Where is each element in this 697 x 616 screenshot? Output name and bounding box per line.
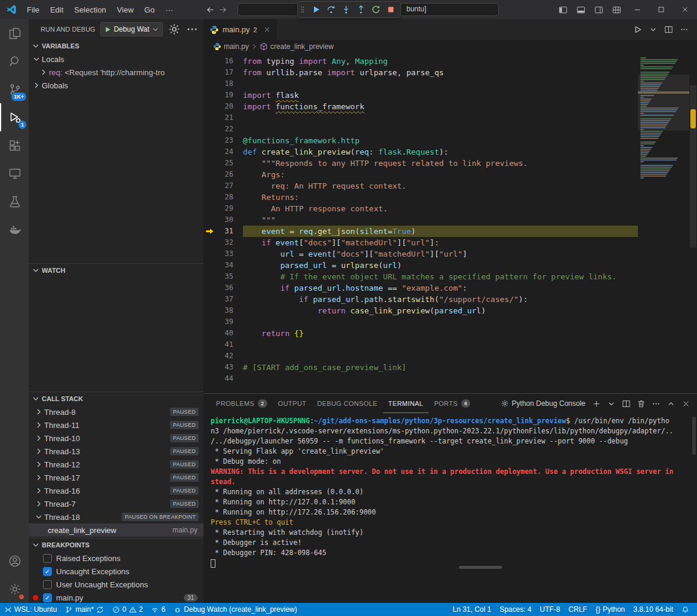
code-line[interactable]: 42 [203,350,638,362]
gutter[interactable]: 41 [203,339,243,350]
code-line[interactable]: 24def create_link_preview(req: flask.Req… [203,146,638,158]
thread-row[interactable]: Thread-13PAUSED [29,445,203,458]
chevron-right-icon[interactable] [33,473,44,482]
code-line[interactable]: 44 [203,373,638,384]
gutter[interactable]: 16 [203,56,243,67]
gutter[interactable]: 35 [203,271,243,282]
chevron-right-icon[interactable] [31,81,42,90]
status-item-ports-forwarded[interactable]: 6 [147,603,169,616]
thread-row[interactable]: Thread-11PAUSED [29,418,203,432]
call-stack-header[interactable]: CALL STACK [29,392,203,405]
gutter[interactable]: 25 [203,158,243,169]
chevron-down-icon[interactable] [33,512,44,522]
code-line[interactable]: 34 parsed_url = urlparse(url) [203,260,638,271]
panel-more-actions-icon[interactable] [649,397,662,410]
menu-item-3[interactable]: View [112,0,139,19]
maximize-panel-icon[interactable] [664,397,677,410]
gutter[interactable]: 29 [203,203,243,214]
gutter[interactable]: 19 [203,90,243,101]
terminal-dropdown-chevron-icon[interactable] [605,397,618,410]
code-line[interactable]: 19import flask [203,90,638,101]
code-line[interactable]: 26 Args: [203,169,638,180]
panel-tab-debug-console[interactable]: DEBUG CONSOLE [312,394,383,413]
customize-layout-icon[interactable] [607,0,625,19]
gutter[interactable]: 21 [203,112,243,124]
breadcrumb-item[interactable]: main.py [213,42,249,51]
close-panel-icon[interactable] [679,397,692,410]
thread-row[interactable]: Thread-7PAUSED [29,497,203,510]
thread-row[interactable]: Thread-10PAUSED [29,432,203,445]
back-icon[interactable] [206,5,215,14]
stack-frame-row[interactable]: create_link_previewmain.py [29,523,203,537]
status-item-debug-session[interactable]: Debug Watch (create_link_preview) [169,603,301,616]
code-line[interactable]: 23@functions_framework.http [203,135,638,146]
menu-item-1[interactable]: Edit [45,0,69,19]
drag-handle-icon[interactable] [300,4,307,16]
tab-main-py[interactable]: main.py 2 [203,19,277,40]
code-line[interactable]: 21 [203,112,638,124]
panel-tab-problems[interactable]: PROBLEMS2 [211,394,273,413]
minimize-icon[interactable] [625,0,649,19]
toggle-secondary-sidebar-icon[interactable] [590,0,607,19]
gutter[interactable]: 31 [203,226,243,237]
breakpoint-row[interactable]: Raised Exceptions [29,552,203,565]
activity-explorer[interactable] [0,19,29,47]
stop-button[interactable] [383,2,398,17]
menu-item-0[interactable]: File [21,0,45,19]
run-python-file-icon[interactable] [630,23,644,37]
gutter[interactable]: 42 [203,350,243,362]
code-line[interactable]: 25 """Responds to any HTTP request relat… [203,158,638,169]
gutter[interactable]: 43 [203,362,243,373]
minimap[interactable] [638,53,689,393]
thread-row[interactable]: Thread-12PAUSED [29,458,203,471]
code-line[interactable]: 33 url = event["docs"]["matchedUrl"]["ur… [203,248,638,260]
code-line[interactable]: 32 if event["docs"]["matchedUrl"]["url"]… [203,237,638,248]
close-window-icon[interactable] [673,0,697,19]
activity-manage[interactable] [0,575,29,603]
chevron-right-icon[interactable] [33,420,44,430]
breakpoint-row[interactable]: User Uncaught Exceptions [29,578,203,591]
thread-row[interactable]: Thread-18PAUSED ON BREAKPOINT [29,510,203,523]
chevron-right-icon[interactable] [33,446,44,456]
thread-row[interactable]: Thread-17PAUSED [29,471,203,484]
watch-header[interactable]: WATCH [29,264,203,277]
breakpoint-checkbox[interactable] [43,580,52,589]
maximize-icon[interactable] [649,0,673,19]
views-more-actions-icon[interactable] [186,23,199,36]
gutter[interactable]: 38 [203,305,243,316]
editor-more-actions-icon[interactable] [677,23,691,37]
thread-row[interactable]: Thread-16PAUSED [29,484,203,497]
code-line[interactable]: 16from typing import Any, Mapping [203,56,638,67]
code-line[interactable]: 38 return case_link_preview(parsed_url) [203,305,638,316]
panel-tab-terminal[interactable]: TERMINAL [383,394,429,413]
code-line[interactable]: 40 return {} [203,328,638,339]
chevron-down-icon[interactable] [31,54,42,64]
breadcrumb-item[interactable]: create_link_preview [260,42,334,51]
kill-terminal-icon[interactable] [634,397,647,410]
gutter[interactable]: 36 [203,282,243,294]
code-line[interactable]: 41 [203,339,638,350]
code-line[interactable]: 28 Returns: [203,192,638,203]
variable-row[interactable]: Locals [29,53,203,66]
activity-search[interactable] [0,47,29,75]
status-item-indentation[interactable]: Spaces: 4 [495,603,535,616]
menu-item-2[interactable]: Selection [69,0,111,19]
code-line[interactable]: 17from urllib.parse import urlparse, par… [203,67,638,78]
breakpoints-header[interactable]: BREAKPOINTS [29,538,203,552]
thread-row[interactable]: Thread-8PAUSED [29,405,203,418]
breakpoint-checkbox[interactable]: ✓ [43,567,52,576]
status-item-language-mode[interactable]: {}Python [591,603,629,616]
step-out-button[interactable] [353,2,368,17]
gutter[interactable]: 32 [203,237,243,248]
chevron-right-icon[interactable] [33,486,44,495]
variable-row[interactable]: req:<Request 'http://charming-tro [29,66,203,79]
gutter[interactable]: 23 [203,135,243,146]
menu-item-4[interactable]: Go [139,0,160,19]
breakpoint-checkbox[interactable]: ✓ [43,593,52,602]
breakpoint-row[interactable]: ✓Uncaught Exceptions [29,565,203,578]
gutter[interactable]: 28 [203,192,243,203]
chevron-right-icon[interactable] [33,407,44,417]
gutter[interactable]: 18 [203,78,243,90]
activity-extensions[interactable] [0,131,29,159]
step-into-button[interactable] [338,2,353,17]
